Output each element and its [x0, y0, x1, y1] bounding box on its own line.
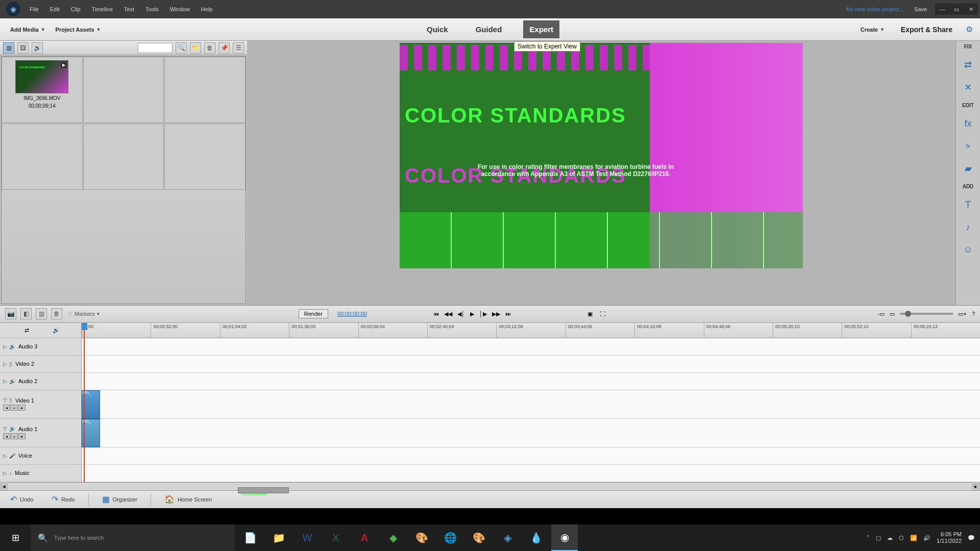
save-button[interactable]: Save	[910, 4, 931, 14]
menu-tools[interactable]: Tools	[140, 4, 164, 14]
track-header-music[interactable]: ▷♪Music	[0, 465, 81, 482]
fx-brush-icon[interactable]: fx	[961, 116, 975, 131]
goto-end-icon[interactable]: ⏭	[505, 311, 511, 317]
menu-help[interactable]: Help	[196, 4, 218, 14]
track-header-video2[interactable]: ▷▯Video 2	[0, 356, 81, 373]
render-button[interactable]: Render	[299, 309, 328, 318]
folder-icon[interactable]: 📁	[190, 42, 201, 54]
taskbar-chrome-icon[interactable]: 🌐	[437, 524, 463, 551]
track-video2[interactable]	[82, 356, 980, 373]
taskbar-excel-icon[interactable]: X	[323, 524, 349, 551]
menu-text[interactable]: Text	[119, 4, 139, 14]
help-icon[interactable]: ?	[972, 311, 975, 317]
add-media-button[interactable]: Add Media▼	[5, 23, 51, 36]
fx-icon[interactable]: fx	[961, 139, 975, 153]
scroll-right-icon[interactable]: ▸	[972, 482, 980, 490]
pin-icon[interactable]: 📌	[218, 42, 230, 54]
preview-monitor[interactable]: COLOR STANDARDS COLOR STANDARDS For use …	[400, 43, 803, 268]
track-header-audio3[interactable]: ▷🔊Audio 3	[0, 338, 81, 356]
maximize-icon[interactable]: ▭	[949, 4, 964, 15]
zoom-slider[interactable]	[900, 313, 953, 315]
grid-view-icon[interactable]: ▦	[3, 42, 14, 54]
scroll-left-icon[interactable]: ◂	[0, 482, 8, 490]
taskbar-word-icon[interactable]: W	[294, 524, 321, 551]
rewind-icon[interactable]: ◀◀	[444, 311, 452, 317]
tray-chevron-icon[interactable]: ˄	[867, 535, 870, 541]
home-screen-button[interactable]: 🏠Home Screen	[159, 492, 217, 506]
track-audio-icon[interactable]: 🔊	[53, 327, 60, 334]
tray-wifi-icon[interactable]: 📶	[910, 535, 917, 541]
titles-icon[interactable]: T	[961, 197, 975, 212]
ffwd-icon[interactable]: ▶▶	[492, 311, 500, 317]
transitions-icon[interactable]: ▰	[961, 161, 975, 176]
taskbar-premiere-icon[interactable]: ◉	[551, 524, 578, 551]
mode-quick[interactable]: Quick	[421, 20, 454, 38]
list-options-icon[interactable]: ☰	[233, 42, 244, 54]
organizer-button[interactable]: ▦Organizer	[97, 492, 142, 506]
taskbar-explorer-icon[interactable]: 📁	[265, 524, 292, 551]
tray-notifications-icon[interactable]: 💬	[968, 535, 975, 541]
markers-dropdown[interactable]: ♡ Markers ▾	[67, 311, 100, 317]
mode-expert[interactable]: Expert	[523, 20, 559, 38]
settings-gear-icon[interactable]: ⚙	[964, 24, 975, 35]
redo-button[interactable]: ↷Redo	[46, 492, 80, 506]
play-icon[interactable]: ▶	[470, 311, 474, 317]
adjust-icon[interactable]: ⇄	[961, 58, 975, 72]
taskbar-app3-icon[interactable]: ◈	[494, 524, 521, 551]
timecode-display[interactable]: 00;00;00;00	[337, 311, 367, 317]
export-share-button[interactable]: Export & Share	[896, 22, 958, 37]
tools-icon[interactable]: ✕	[961, 80, 975, 94]
camera-icon[interactable]: 📷	[5, 308, 16, 319]
asset-search-input[interactable]	[138, 43, 173, 53]
zoom-fit-icon[interactable]: ▭	[890, 311, 895, 317]
step-fwd-icon[interactable]: │▶	[479, 311, 487, 317]
taskbar-clock[interactable]: 6:05 PM 1/11/2022	[937, 531, 962, 544]
track-audio1[interactable]: IMG_	[82, 419, 980, 447]
tray-dropbox-icon[interactable]: ⬡	[899, 535, 904, 541]
minimize-icon[interactable]: —	[935, 4, 949, 15]
step-back-icon[interactable]: ◀│	[457, 311, 465, 317]
track-header-voice[interactable]: ▷🎤Voice	[0, 447, 81, 465]
menu-timeline[interactable]: Timeline	[87, 4, 118, 14]
tray-volume-icon[interactable]: 🔊	[923, 535, 930, 541]
track-settings-icon[interactable]: ⇄	[24, 327, 29, 334]
music-icon[interactable]: ♪	[961, 220, 975, 234]
menu-clip[interactable]: Clip	[66, 4, 86, 14]
playhead[interactable]	[84, 323, 85, 482]
track-voice[interactable]	[82, 447, 980, 465]
track-header-video1[interactable]: ▽▯Video 1◂•▸	[0, 390, 81, 419]
menu-edit[interactable]: Edit	[45, 4, 65, 14]
fullscreen-icon[interactable]: ⛶	[600, 311, 605, 317]
menu-file[interactable]: File	[24, 4, 44, 14]
goto-start-icon[interactable]: ⏮	[433, 311, 439, 317]
track-video1[interactable]: IMG_	[82, 390, 980, 419]
mode-guided[interactable]: Guided	[470, 20, 508, 38]
taskbar-paint-icon[interactable]: 🎨	[408, 524, 435, 551]
undo-button[interactable]: ↶Undo	[5, 492, 38, 506]
delete-icon[interactable]: 🗑	[204, 42, 215, 54]
taskbar-app1-icon[interactable]: ◆	[380, 524, 406, 551]
graphics-icon[interactable]: ☺	[961, 242, 975, 257]
start-button[interactable]: ⊞	[0, 524, 31, 551]
track-audio2[interactable]	[82, 373, 980, 390]
properties-icon[interactable]: ▥	[36, 308, 47, 319]
close-icon[interactable]: ✕	[964, 4, 978, 15]
snapshot-icon[interactable]: ◧	[20, 308, 32, 319]
zoom-out-icon[interactable]: -▭	[878, 311, 885, 317]
audio-filter-icon[interactable]: 🔊	[32, 42, 43, 54]
project-assets-button[interactable]: Project Assets▼	[51, 23, 106, 36]
taskbar-file-icon[interactable]: 📄	[237, 524, 263, 551]
timeline-scrollbar[interactable]: ◂ ▸	[0, 482, 980, 490]
taskbar-search[interactable]: 🔍 Type here to search	[31, 524, 235, 551]
scroll-thumb[interactable]	[238, 487, 289, 493]
track-header-audio1[interactable]: ▽🔊Audio 1◂•▸	[0, 419, 81, 447]
search-icon[interactable]: 🔍	[176, 42, 187, 54]
zoom-in-icon[interactable]: ▭+	[958, 311, 966, 317]
delete-clip-icon[interactable]: 🗑	[51, 308, 62, 319]
taskbar-app2-icon[interactable]: 🎨	[465, 524, 492, 551]
taskbar-acrobat-icon[interactable]: A	[351, 524, 378, 551]
safe-margin-icon[interactable]: ▣	[587, 311, 593, 317]
track-header-audio2[interactable]: ▷🔊Audio 2	[0, 373, 81, 390]
track-music[interactable]	[82, 465, 980, 482]
track-audio3[interactable]	[82, 338, 980, 356]
